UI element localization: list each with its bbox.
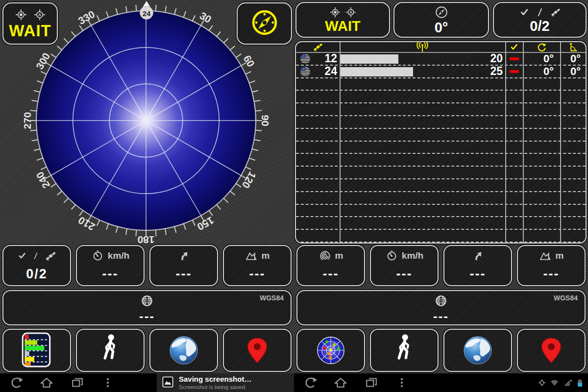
compass-degree-label: 30 [198,10,214,25]
svg-text:A: A [349,10,352,15]
cell-signal-icon [562,378,572,388]
satellite-icon [550,6,562,18]
photo-icon [161,375,174,389]
widget-value: --- [249,268,266,281]
widget-value: --- [470,268,486,281]
svg-text:A: A [38,12,41,17]
widget-speed[interactable]: km/h --- [76,245,145,286]
gps-auto-icon: A [345,6,357,18]
tab-skyview-radar[interactable] [296,329,365,372]
us-flag-icon [300,53,311,64]
widget-altitude[interactable]: m --- [223,245,292,286]
widget-header [471,249,485,262]
nav-menu-icon[interactable] [100,375,115,390]
nav-back-icon[interactable] [9,375,24,390]
gps-status-button-left[interactable]: A WAIT [2,2,58,45]
widget-heading[interactable]: --- [149,245,218,286]
coordinates-value: --- [297,309,585,324]
not-used-dash [510,70,519,73]
wifi-icon [549,378,560,388]
nav-home-icon[interactable] [333,375,348,390]
home-icon [333,375,348,390]
globe-wireframe-icon [140,294,154,310]
wifi-icon [549,378,560,388]
home-icon [39,375,54,390]
column-divider [340,42,341,243]
column-divider [523,42,524,243]
system-nav-bar: Saving screenshot… Screenshot is being s… [0,373,588,392]
widget-header [17,249,57,262]
widget-value: 0/2 [26,268,48,281]
earth-globe-icon [169,335,199,366]
altitude-icon [245,249,258,263]
widget-heading[interactable]: --- [443,245,512,286]
tab-pin[interactable] [517,329,586,372]
nav-menu-icon[interactable] [394,375,409,390]
battery-icon [575,378,585,388]
notification-title: Saving screenshot… [179,375,251,384]
gps-status-dual-pane-screen: 306090120150180210240270300330 24 A WAIT… [0,0,588,392]
widget-unit: km/h [402,250,423,261]
tab-walk[interactable] [370,329,439,372]
earth-globe-icon [463,335,493,366]
skyview-radar-icon [316,335,346,366]
gps-auto-icon: A [33,8,46,21]
tab-earth[interactable] [443,329,512,372]
satellite-icon [312,41,324,53]
not-used-dash [510,57,519,60]
widget-speed[interactable]: km/h --- [370,245,439,286]
walking-person-icon [394,334,414,367]
satellite-table: 12 20 0° 0° 24 25 0° 0° [295,41,587,244]
compass-degree-label: 60 [242,53,257,69]
nav-back-icon[interactable] [303,375,318,390]
header-button-status[interactable]: A WAIT [295,2,390,38]
snr-value: 25 [490,65,505,78]
widget-header: m [539,249,564,262]
photo-icon [161,375,174,391]
walking-person-icon [100,334,120,367]
nav-recents-icon[interactable] [70,375,85,390]
compass-degree-label: 270 [22,112,33,129]
widget-unit: m [556,250,564,261]
widget-accuracy[interactable]: m --- [296,245,365,286]
heading-icons [434,5,449,20]
check-icon [17,250,27,261]
satellite-marker-prn: 24 [143,9,151,18]
battery-icon [575,378,585,388]
nav-home-icon[interactable] [39,375,54,390]
slash-icon [534,6,546,18]
left-tab-row [0,329,294,372]
speedometer-icon [385,249,398,263]
coordinates-value: --- [3,309,291,324]
rotation-icon [536,41,548,53]
location-pin-icon [539,336,563,365]
datum-label: WGS84 [554,294,578,302]
gps-status-label: WAIT [9,23,51,39]
tab-earth[interactable] [149,329,218,372]
back-icon [303,375,318,390]
recents-icon [364,375,379,390]
tab-walk[interactable] [76,329,145,372]
widget-altitude[interactable]: m --- [517,245,586,286]
widget-header: km/h [91,249,129,262]
header-button-heading[interactable]: 0° [393,2,489,38]
tab-signal-bars-chart[interactable] [2,329,71,372]
compass-button[interactable] [237,2,292,45]
widget-header: m [245,249,270,262]
tab-pin[interactable] [223,329,292,372]
widget-fix-satellites[interactable]: 0/2 [2,245,71,286]
notification-subtitle: Screenshot is being saved. [179,384,251,391]
nav-recents-icon[interactable] [364,375,379,390]
compass-degree-label: 180 [137,234,154,245]
gps-mode-icons: A [15,8,46,21]
datum-bar-left[interactable]: WGS84 --- [2,290,292,325]
back-icon [9,375,24,390]
status-icon-cluster [537,373,585,392]
satellite-elevation: 0° [560,52,586,65]
widget-value: --- [543,268,560,281]
datum-bar-right[interactable]: WGS84 --- [296,290,586,325]
header-button-fix-satellites[interactable]: 0/2 [493,2,587,38]
snr-bar [341,54,398,64]
fix-satellites-value: 0/2 [530,19,549,33]
screenshot-notification[interactable]: Saving screenshot… Screenshot is being s… [157,373,294,392]
